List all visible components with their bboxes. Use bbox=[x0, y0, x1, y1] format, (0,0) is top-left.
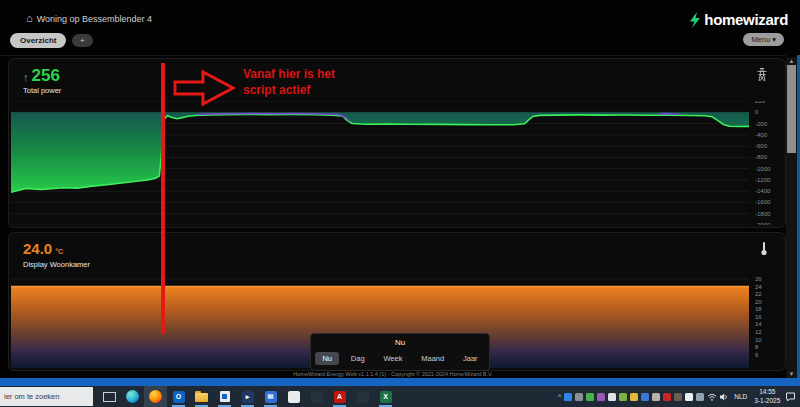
language-indicator[interactable]: NLD bbox=[732, 393, 749, 400]
system-tray: ^ NLD 14:55 3-1-2025 bbox=[558, 386, 796, 407]
temperature-card-label: Display Woonkamer bbox=[23, 260, 90, 269]
taskbar-app-outlook[interactable]: O bbox=[167, 386, 190, 407]
taskbar-app-office-green[interactable]: X bbox=[374, 386, 397, 407]
tray-icon-bluetooth[interactable] bbox=[564, 393, 572, 401]
power-chart[interactable]: 2000-200-400-600-800-1000-1200-1400-1600… bbox=[11, 101, 783, 225]
notes-icon bbox=[288, 391, 300, 403]
tray-icon-tray-app-8[interactable] bbox=[652, 393, 660, 401]
microsoft-store-icon bbox=[220, 391, 230, 402]
header-divider bbox=[0, 55, 786, 56]
taskbar-app-icons: O▸✉AX bbox=[98, 386, 397, 407]
lightning-bolt-icon bbox=[689, 12, 701, 28]
homewizard-energy-screen: ⌂ Woning op Bessemblender 4 Overzicht + … bbox=[0, 0, 800, 407]
taskbar-app-notes[interactable] bbox=[282, 386, 305, 407]
taskbar-app-mail[interactable]: ✉ bbox=[259, 386, 282, 407]
taskbar-app-acrobat[interactable]: A bbox=[328, 386, 351, 407]
tray-icon-tray-app-3[interactable] bbox=[597, 393, 605, 401]
time-range-button-jaar[interactable]: Jaar bbox=[456, 352, 485, 365]
time-range-button-dag[interactable]: Dag bbox=[344, 352, 372, 365]
chevron-down-icon: ▾ bbox=[772, 35, 776, 44]
outlook-icon: O bbox=[173, 391, 185, 403]
y-axis-tick-label: -1200 bbox=[755, 177, 771, 183]
windows-taskbar: ier om te zoeken O▸✉AX ^ NLD 14:55 3-1-2… bbox=[0, 386, 800, 407]
time-range-title: Nu bbox=[311, 338, 489, 347]
y-axis-tick-label: -1400 bbox=[755, 188, 771, 194]
y-axis-tick-label: -400 bbox=[755, 132, 768, 138]
taskbar-app-edge[interactable] bbox=[121, 386, 144, 407]
taskbar-app-pinned-dark-2[interactable] bbox=[351, 386, 374, 407]
taskbar-app-movies-tv[interactable]: ▸ bbox=[236, 386, 259, 407]
home-icon: ⌂ bbox=[26, 13, 33, 24]
mail-icon: ✉ bbox=[265, 391, 277, 403]
tray-icon-tray-app-2[interactable] bbox=[586, 393, 594, 401]
temperature-metric: 24.0 °C bbox=[23, 240, 63, 257]
y-axis-tick-label: 6 bbox=[755, 352, 759, 358]
y-axis-tick-label: -200 bbox=[755, 121, 768, 127]
tray-icon-tray-app-9[interactable] bbox=[663, 393, 671, 401]
y-axis-tick-label: 8 bbox=[755, 344, 759, 350]
tray-icon-tray-app-4[interactable] bbox=[608, 393, 616, 401]
taskbar-app-microsoft-store[interactable] bbox=[213, 386, 236, 407]
wifi-icon[interactable] bbox=[707, 393, 717, 401]
scrollbar-thumb[interactable] bbox=[787, 65, 796, 153]
pinned-dark-1-icon bbox=[311, 391, 323, 403]
page-scrollbar[interactable]: ▲ ▼ bbox=[786, 57, 797, 378]
file-explorer-icon bbox=[195, 393, 208, 402]
action-center-icon[interactable] bbox=[785, 392, 796, 402]
y-axis-tick-label: 16 bbox=[755, 314, 762, 320]
power-card-label: Total power bbox=[23, 86, 61, 95]
tray-icon-tray-app-12[interactable] bbox=[696, 393, 704, 401]
annotation-text: Vanaf hier is het script actief bbox=[243, 66, 371, 98]
task-view-icon bbox=[103, 392, 116, 402]
logo-text: homewizard bbox=[704, 11, 788, 28]
scrollbar-up-icon[interactable]: ▲ bbox=[786, 58, 797, 64]
y-axis-tick-label: 20 bbox=[755, 299, 762, 305]
scrollbar-down-icon[interactable]: ▼ bbox=[786, 371, 797, 377]
time-range-button-week[interactable]: Week bbox=[376, 352, 409, 365]
tray-icon-tray-app-10[interactable] bbox=[674, 393, 682, 401]
taskbar-app-pinned-dark-1[interactable] bbox=[305, 386, 328, 407]
tab-overzicht[interactable]: Overzicht bbox=[10, 33, 66, 48]
total-power-card: ↑ 256 Total power 2000-200-400-600-800-1… bbox=[8, 58, 786, 228]
y-axis-tick-label: -2000 bbox=[755, 222, 771, 225]
time-range-button-maand[interactable]: Maand bbox=[414, 352, 451, 365]
edge-icon bbox=[126, 390, 139, 403]
taskbar-clock[interactable]: 14:55 3-1-2025 bbox=[752, 388, 782, 405]
thermometer-icon bbox=[759, 241, 769, 256]
location-title: ⌂ Woning op Bessemblender 4 bbox=[26, 13, 152, 24]
tray-icon-tray-app-5[interactable] bbox=[619, 393, 627, 401]
add-tab-button[interactable]: + bbox=[72, 34, 93, 47]
taskbar-search-text: ier om te zoeken bbox=[4, 392, 59, 401]
pinned-dark-2-icon bbox=[357, 391, 369, 403]
app-version-footer: HomeWizard Energy Web v1.1.1.4 (1) - Cop… bbox=[0, 371, 786, 377]
power-metric: ↑ 256 bbox=[23, 66, 60, 86]
volume-icon[interactable] bbox=[720, 393, 729, 401]
y-axis-tick-label: 12 bbox=[755, 329, 762, 335]
tray-icon-hidden-icons-chevron[interactable]: ^ bbox=[558, 393, 561, 400]
time-range-buttons: NuDagWeekMaandJaar bbox=[311, 352, 489, 365]
time-range-button-nu[interactable]: Nu bbox=[315, 352, 339, 365]
homewizard-logo: homewizard bbox=[689, 11, 788, 28]
y-axis-tick-label: -1600 bbox=[755, 199, 771, 205]
clock-date: 3-1-2025 bbox=[754, 397, 780, 404]
taskbar-app-task-view[interactable] bbox=[98, 386, 121, 407]
temperature-unit: °C bbox=[55, 248, 63, 255]
secondary-power-line bbox=[659, 114, 680, 115]
tray-icon-tray-app-6[interactable] bbox=[630, 393, 638, 401]
power-direction-arrow: ↑ bbox=[23, 71, 29, 83]
location-title-label: Woning op Bessemblender 4 bbox=[37, 14, 152, 24]
taskbar-app-file-explorer[interactable] bbox=[190, 386, 213, 407]
tray-icon-tray-app-7[interactable] bbox=[641, 393, 649, 401]
power-pylon-icon bbox=[755, 67, 769, 82]
y-axis-tick-label: 22 bbox=[755, 291, 762, 297]
tray-icon-tray-app-11[interactable] bbox=[685, 393, 693, 401]
taskbar-search-input[interactable]: ier om te zoeken bbox=[0, 387, 93, 406]
taskbar-app-firefox[interactable] bbox=[144, 386, 167, 407]
y-axis-tick-label: 10 bbox=[755, 337, 762, 343]
annotation-arrow-icon bbox=[172, 68, 238, 108]
tray-icon-tray-app-1[interactable] bbox=[575, 393, 583, 401]
menu-button[interactable]: Menu ▾ bbox=[743, 33, 784, 46]
acrobat-icon: A bbox=[334, 391, 346, 403]
y-axis-tick-label: 18 bbox=[755, 306, 762, 312]
y-axis-tick-label: -600 bbox=[755, 143, 768, 149]
